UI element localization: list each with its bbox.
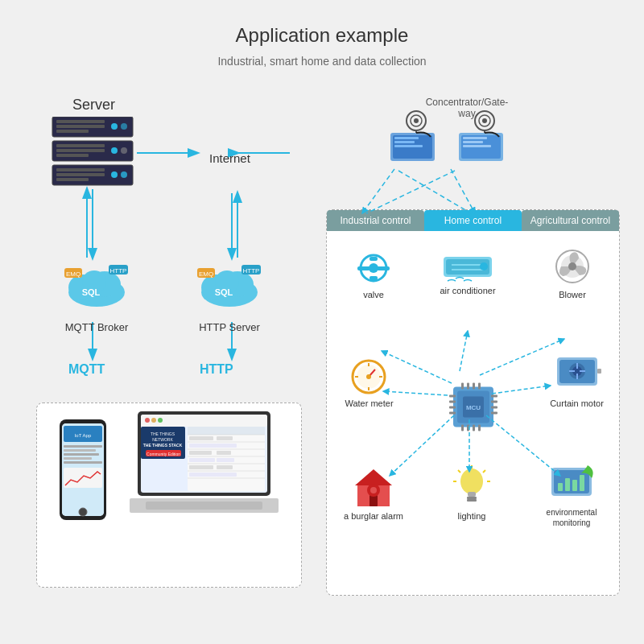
blower-label: Blower — [540, 290, 605, 299]
svg-point-33 — [414, 118, 419, 123]
svg-rect-167 — [467, 497, 477, 499]
svg-rect-120 — [467, 382, 469, 389]
svg-rect-95 — [189, 436, 213, 440]
http-server-area: SQL EMQ HTTP HTTP Server — [181, 258, 278, 333]
svg-point-25 — [121, 171, 127, 178]
page-subtitle: Industrial, smart home and data collecti… — [0, 55, 644, 68]
svg-rect-108 — [146, 502, 262, 510]
svg-rect-105 — [217, 465, 233, 469]
svg-rect-21 — [56, 168, 105, 171]
svg-rect-68 — [64, 449, 96, 452]
svg-rect-116 — [491, 400, 497, 402]
svg-rect-17 — [56, 154, 89, 157]
svg-rect-39 — [463, 145, 491, 147]
svg-point-73 — [79, 508, 87, 516]
env-monitor-label: environmental monitoring — [535, 507, 609, 528]
svg-rect-23 — [56, 178, 89, 181]
curtain-motor-icon: Curtain motor — [543, 351, 611, 408]
svg-rect-112 — [449, 400, 456, 402]
svg-rect-178 — [572, 480, 577, 491]
svg-marker-161 — [355, 469, 392, 485]
svg-point-139 — [480, 262, 488, 270]
svg-rect-16 — [56, 149, 105, 152]
server-label: Server — [72, 97, 115, 114]
phone-device: IoT App — [53, 419, 118, 527]
ac-icon: air conditioner — [431, 250, 504, 295]
svg-rect-30 — [394, 145, 423, 147]
mqtt-broker-label: MQTT Broker — [48, 321, 145, 333]
svg-text:SQL: SQL — [82, 287, 101, 297]
svg-point-78 — [151, 418, 156, 423]
svg-rect-121 — [473, 382, 475, 389]
svg-rect-28 — [394, 137, 419, 139]
svg-rect-37 — [463, 137, 487, 139]
svg-rect-162 — [369, 495, 378, 506]
http-protocol-label: HTTP — [200, 362, 233, 377]
svg-point-142 — [568, 262, 576, 270]
devices-area: IoT App — [36, 402, 302, 588]
svg-point-165 — [460, 469, 483, 494]
svg-rect-11 — [56, 130, 89, 133]
svg-rect-130 — [369, 257, 378, 261]
svg-point-13 — [121, 123, 127, 130]
svg-rect-176 — [558, 483, 563, 491]
svg-rect-102 — [217, 444, 237, 448]
svg-rect-10 — [56, 125, 105, 128]
svg-rect-111 — [449, 394, 456, 397]
svg-line-170 — [458, 470, 460, 473]
mqtt-broker-area: SQL EMQ HTTP MQTT Broker — [48, 258, 145, 333]
server-icon — [48, 117, 137, 189]
mqtt-protocol-label: MQTT — [68, 362, 105, 377]
svg-rect-67 — [64, 445, 102, 448]
svg-rect-179 — [580, 475, 584, 491]
svg-rect-133 — [377, 266, 390, 270]
svg-rect-100 — [189, 473, 217, 477]
svg-rect-113 — [449, 406, 456, 408]
alarm-label: a burglar alarm — [341, 511, 406, 521]
svg-point-164 — [370, 487, 377, 493]
concentrator-devices — [386, 109, 515, 177]
tab-agricultural: Agricultural control — [522, 210, 619, 231]
blower-icon: Blower — [540, 246, 605, 299]
svg-rect-126 — [478, 424, 481, 431]
svg-text:HTTP: HTTP — [243, 267, 260, 275]
svg-line-181 — [460, 331, 468, 371]
svg-point-19 — [121, 147, 127, 154]
tab-industrial: Industrial control — [327, 210, 424, 231]
svg-rect-70 — [64, 457, 92, 460]
laptop-device: THE THINGS NETWORK THE THINGS STACK Comm… — [130, 411, 279, 519]
svg-rect-87 — [188, 427, 265, 435]
svg-rect-101 — [217, 436, 233, 440]
svg-rect-9 — [56, 120, 105, 123]
svg-rect-159 — [597, 369, 601, 374]
svg-text:HTTP: HTTP — [110, 267, 127, 275]
svg-point-77 — [145, 418, 150, 423]
svg-rect-123 — [461, 424, 464, 431]
svg-point-79 — [158, 418, 163, 423]
svg-rect-166 — [468, 492, 476, 497]
tab-home: Home control — [424, 210, 522, 231]
svg-rect-117 — [491, 406, 497, 408]
water-meter-label: Water meter — [335, 398, 403, 408]
svg-point-24 — [111, 171, 118, 178]
svg-rect-125 — [473, 424, 475, 431]
page-title: Application example — [0, 0, 644, 47]
ac-label: air conditioner — [431, 286, 504, 295]
svg-text:EMQ: EMQ — [66, 270, 80, 278]
center-chip: MCU — [445, 378, 502, 438]
svg-rect-104 — [217, 458, 234, 462]
svg-text:NETWORK: NETWORK — [152, 437, 173, 442]
svg-rect-96 — [189, 444, 217, 448]
svg-text:EMQ: EMQ — [199, 270, 213, 278]
svg-text:IoT App: IoT App — [75, 433, 92, 438]
svg-rect-38 — [463, 141, 483, 143]
curtain-motor-label: Curtain motor — [543, 398, 611, 408]
svg-rect-15 — [56, 144, 105, 147]
svg-rect-106 — [217, 473, 237, 477]
lighting-label: lighting — [440, 511, 504, 521]
svg-rect-114 — [449, 411, 456, 414]
water-meter-icon: Water meter — [335, 355, 403, 408]
svg-point-42 — [482, 118, 487, 123]
svg-rect-103 — [217, 451, 231, 455]
env-monitor-icon: environmental monitoring — [535, 464, 609, 528]
